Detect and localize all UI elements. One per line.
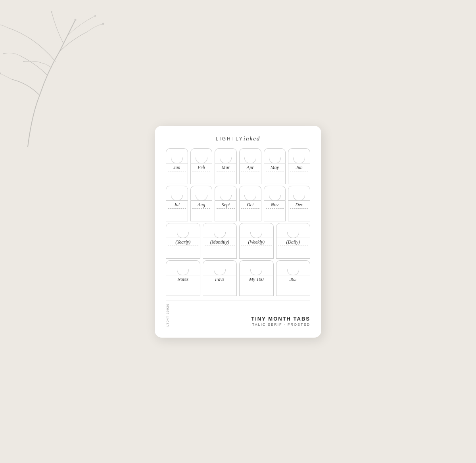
tab-top	[203, 260, 237, 275]
tab-top	[166, 260, 200, 275]
tab-top	[215, 148, 237, 163]
tab-top	[276, 223, 311, 238]
tab-sticker: 365	[276, 260, 311, 296]
tab-sticker: My 100	[239, 260, 274, 296]
tab-top	[264, 186, 286, 201]
tab-top	[288, 148, 310, 163]
tab-bottom	[203, 246, 237, 259]
month-row-2: JulAugSeptOctNovDec	[166, 186, 310, 221]
tab-sticker: Notes	[166, 260, 200, 296]
svg-point-5	[94, 15, 96, 17]
tab-label: Jun	[288, 163, 310, 171]
tab-label: Favs	[203, 275, 237, 283]
tab-sticker: (Monthly)	[203, 223, 237, 259]
svg-point-4	[51, 11, 52, 13]
tab-label: Oct	[239, 201, 261, 209]
plant-decoration	[0, 0, 131, 155]
month-row-1: JanFebMarAprMayJun	[166, 148, 310, 184]
tab-bottom	[239, 246, 274, 259]
tab-bottom	[239, 283, 274, 296]
tab-sticker: Apr	[239, 148, 261, 184]
brand-name-italic: inked	[244, 135, 260, 142]
tab-bottom	[239, 171, 261, 184]
tab-bottom	[239, 209, 261, 221]
tab-top	[166, 186, 188, 201]
tab-sticker: Aug	[190, 186, 213, 221]
tab-label: 365	[276, 275, 311, 283]
tab-sticker: Mar	[215, 148, 237, 184]
tab-sticker: Jun	[288, 148, 310, 184]
tab-top	[203, 223, 237, 238]
tab-label: Mar	[215, 163, 237, 171]
tab-label: My 100	[239, 275, 274, 283]
tab-top	[190, 148, 213, 163]
brand-name-plain: LIGHTLY	[216, 136, 244, 142]
tab-top	[239, 260, 274, 275]
tab-bottom	[276, 246, 311, 259]
svg-point-7	[75, 19, 77, 21]
tabs-section: JanFebMarAprMayJun JulAugSeptOctNovDec (…	[166, 148, 310, 296]
tab-bottom	[190, 209, 213, 221]
tab-sticker: Jan	[166, 148, 188, 184]
tab-top	[276, 260, 311, 275]
tab-bottom	[288, 209, 310, 221]
tab-sticker: Oct	[239, 186, 261, 221]
tab-top	[264, 148, 286, 163]
tab-label: Notes	[166, 275, 200, 283]
product-title-block: TINY MONTH TABS ITALIC SERIF · FROSTED	[250, 316, 310, 327]
tab-label: Apr	[239, 163, 261, 171]
tab-sticker: Dec	[288, 186, 310, 221]
card-footer: LT04T-25026 TINY MONTH TABS ITALIC SERIF…	[166, 304, 310, 327]
svg-point-6	[23, 61, 25, 62]
tab-sticker: Favs	[203, 260, 237, 296]
tab-bottom	[276, 283, 311, 296]
tab-bottom	[166, 283, 200, 296]
product-card: LIGHTLYinked JanFebMarAprMayJun JulAugSe…	[155, 126, 321, 338]
tab-bottom	[264, 171, 286, 184]
tab-label: (Yearly)	[166, 238, 200, 246]
section-divider	[166, 300, 310, 300]
tab-label: Dec	[288, 201, 310, 209]
tab-bottom	[288, 171, 310, 184]
tab-top	[288, 186, 310, 201]
tab-top	[215, 186, 237, 201]
tab-bottom	[215, 171, 237, 184]
tab-label: Jul	[166, 201, 188, 209]
tab-sticker: Jul	[166, 186, 188, 221]
tab-bottom	[264, 209, 286, 221]
tab-sticker: (Daily)	[276, 223, 311, 259]
product-id: LT04T-25026	[166, 304, 169, 327]
tab-label: (Monthly)	[203, 238, 237, 246]
product-subtitle: ITALIC SERIF · FROSTED	[250, 323, 310, 327]
tab-label: Sept	[215, 201, 237, 209]
tab-top	[239, 186, 261, 201]
tab-label: Nov	[264, 201, 286, 209]
tab-label: Feb	[190, 163, 213, 171]
tab-top	[239, 148, 261, 163]
tab-top	[166, 223, 200, 238]
tab-label: (Daily)	[276, 238, 311, 246]
tab-bottom	[166, 171, 188, 184]
tab-top	[239, 223, 274, 238]
tab-bottom	[203, 283, 237, 296]
tab-label: Aug	[190, 201, 213, 209]
tab-bottom	[190, 171, 213, 184]
tab-label: (Weekly)	[239, 238, 274, 246]
misc-row: NotesFavsMy 100365	[166, 260, 310, 296]
svg-point-3	[102, 23, 104, 25]
tab-sticker: (Weekly)	[239, 223, 274, 259]
tab-sticker: Sept	[215, 186, 237, 221]
svg-point-0	[0, 73, 1, 75]
tab-bottom	[166, 209, 188, 221]
tab-bottom	[215, 209, 237, 221]
tab-top	[190, 186, 213, 201]
svg-point-1	[3, 53, 5, 54]
tab-sticker: May	[264, 148, 286, 184]
tab-sticker: Nov	[264, 186, 286, 221]
tab-label: May	[264, 163, 286, 171]
tab-label: Jan	[166, 163, 188, 171]
tab-sticker: (Yearly)	[166, 223, 200, 259]
tab-bottom	[166, 246, 200, 259]
tab-sticker: Feb	[190, 148, 213, 184]
product-title: TINY MONTH TABS	[250, 316, 310, 322]
